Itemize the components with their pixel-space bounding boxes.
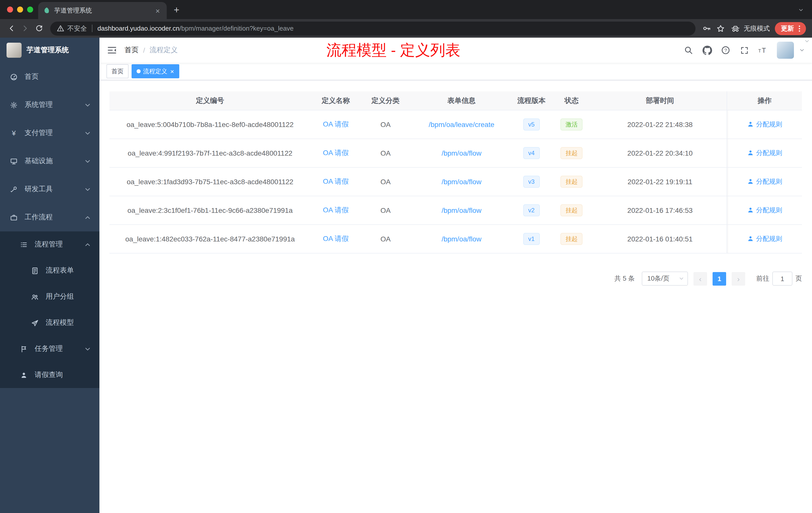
form-link[interactable]: /bpm/oa/flow xyxy=(442,178,482,186)
fullscreen-button[interactable] xyxy=(737,43,752,58)
cell-category: OA xyxy=(361,224,410,253)
tags-view-bar: 首页 流程定义 × xyxy=(99,63,812,80)
yen-icon: ¥ xyxy=(10,129,18,137)
sidebar-item-task-management[interactable]: 任务管理 xyxy=(0,336,99,362)
address-bar[interactable]: 不安全 dashboard.yudao.iocoder.cn/bpm/manag… xyxy=(50,21,696,35)
cell-operations: 分配规则 xyxy=(727,168,802,196)
definition-name-link[interactable]: OA 请假 xyxy=(323,149,349,157)
font-size-button[interactable]: TT xyxy=(755,43,770,58)
definition-name-link[interactable]: OA 请假 xyxy=(323,206,349,214)
fullscreen-icon xyxy=(740,46,749,55)
page-goto-input[interactable] xyxy=(772,272,792,285)
cell-definition-name: OA 请假 xyxy=(311,224,361,253)
reload-button[interactable] xyxy=(32,21,46,35)
sidebar-item-label: 流程管理 xyxy=(35,240,63,249)
sidebar-item-workflow[interactable]: 工作流程 xyxy=(0,203,99,232)
sidebar-logo[interactable]: 芋道管理系统 xyxy=(0,38,99,63)
app-root: 芋道管理系统 首页 系统管理 ¥ 支付管理 基础设施 xyxy=(0,38,812,513)
form-link[interactable]: /bpm/oa/flow xyxy=(442,235,482,243)
window-close-button[interactable] xyxy=(7,6,13,12)
cell-operations: 分配规则 xyxy=(727,139,802,168)
dashboard-icon xyxy=(10,73,18,81)
tab-search-chevron-icon[interactable] xyxy=(798,6,804,15)
sidebar-item-leave-query[interactable]: 请假查询 xyxy=(0,362,99,388)
cell-definition-id: oa_leave:2:3c1f0ef1-76b1-11ec-9c66-a2380… xyxy=(110,196,311,224)
col-definition-name: 定义名称 xyxy=(311,91,361,110)
sidebar-item-payment[interactable]: ¥ 支付管理 xyxy=(0,119,99,147)
assign-rule-link[interactable]: 分配规则 xyxy=(747,206,782,215)
cell-deploy-time: 2022-01-16 17:46:53 xyxy=(593,196,727,224)
breadcrumb-separator: / xyxy=(143,46,145,54)
sidebar-collapse-button[interactable] xyxy=(99,45,124,55)
help-button[interactable]: ? xyxy=(718,43,733,58)
page-goto: 前往 页 xyxy=(756,272,802,285)
cell-definition-id: oa_leave:4:991f2193-7b7f-11ec-a3c8-acde4… xyxy=(110,139,311,168)
avatar-caret-down-icon[interactable] xyxy=(799,47,805,53)
sidebar-item-user-group[interactable]: 用户分组 xyxy=(0,283,99,310)
sidebar-item-process-management[interactable]: 流程管理 xyxy=(0,232,99,258)
window-minimize-button[interactable] xyxy=(17,6,23,12)
assign-rule-link[interactable]: 分配规则 xyxy=(747,177,782,186)
chevron-down-icon xyxy=(84,101,91,109)
browser-tab[interactable]: 芋道管理系统 × xyxy=(38,2,167,19)
url-text: dashboard.yudao.iocoder.cn/bpm/manager/d… xyxy=(97,25,293,32)
briefcase-icon xyxy=(10,214,18,221)
breadcrumb-home[interactable]: 首页 xyxy=(124,46,139,55)
assign-rule-link[interactable]: 分配规则 xyxy=(747,120,782,129)
security-label: 不安全 xyxy=(67,24,87,33)
status-tag: 激活 xyxy=(561,118,583,130)
new-tab-button[interactable]: + xyxy=(174,4,179,16)
sidebar-item-system[interactable]: 系统管理 xyxy=(0,91,99,119)
cell-operations: 分配规则 xyxy=(727,110,802,139)
tab-title: 芋道管理系统 xyxy=(54,6,150,15)
form-link[interactable]: /bpm/oa/flow xyxy=(442,149,482,157)
document-icon xyxy=(31,267,39,274)
tag-close-icon[interactable]: × xyxy=(170,67,174,75)
cell-status: 挂起 xyxy=(550,168,593,196)
definition-name-link[interactable]: OA 请假 xyxy=(323,120,349,128)
cell-version: v2 xyxy=(513,196,550,224)
sidebar-item-process-form[interactable]: 流程表单 xyxy=(0,258,99,283)
user-avatar[interactable] xyxy=(777,42,794,59)
sidebar-item-home[interactable]: 首页 xyxy=(0,63,99,91)
tag-label: 流程定义 xyxy=(143,67,167,76)
definition-name-link[interactable]: OA 请假 xyxy=(323,177,349,185)
sidebar-item-process-model[interactable]: 流程模型 xyxy=(0,310,99,336)
person-icon xyxy=(20,371,28,379)
prev-page-button[interactable]: ‹ xyxy=(694,272,707,285)
forward-button[interactable] xyxy=(18,21,32,35)
cell-status: 挂起 xyxy=(550,196,593,224)
star-icon xyxy=(717,24,725,32)
browser-update-button[interactable]: 更新 xyxy=(775,22,806,35)
sidebar-item-label: 工作流程 xyxy=(25,213,53,222)
url-host: dashboard.yudao.iocoder.cn xyxy=(97,25,179,32)
password-manager-button[interactable] xyxy=(699,21,714,35)
github-link-button[interactable] xyxy=(699,43,715,58)
tag-process-definition[interactable]: 流程定义 × xyxy=(132,64,179,78)
header-search-button[interactable] xyxy=(681,43,696,58)
page-size-select[interactable]: 10条/页 xyxy=(642,272,688,285)
form-link[interactable]: /bpm/oa/leave/create xyxy=(429,120,494,128)
tab-close-icon[interactable]: × xyxy=(154,6,162,15)
assign-rule-link[interactable]: 分配规则 xyxy=(747,234,782,243)
back-button[interactable] xyxy=(4,21,18,35)
assign-rule-link[interactable]: 分配规则 xyxy=(747,149,782,158)
sidebar: 芋道管理系统 首页 系统管理 ¥ 支付管理 基础设施 xyxy=(0,38,99,513)
page-number-button[interactable]: 1 xyxy=(713,272,726,285)
bookmark-button[interactable] xyxy=(714,21,728,35)
sidebar-item-devtools[interactable]: 研发工具 xyxy=(0,175,99,203)
definition-name-link[interactable]: OA 请假 xyxy=(323,234,349,242)
window-zoom-button[interactable] xyxy=(27,6,33,12)
svg-text:?: ? xyxy=(724,48,727,53)
form-link[interactable]: /bpm/oa/flow xyxy=(442,206,482,214)
tag-home[interactable]: 首页 xyxy=(107,64,128,78)
sidebar-item-infrastructure[interactable]: 基础设施 xyxy=(0,147,99,175)
next-page-button[interactable]: › xyxy=(732,272,745,285)
panel-chevron-icon[interactable] xyxy=(804,37,810,46)
not-secure-warning-icon xyxy=(57,25,64,32)
flag-icon xyxy=(20,345,28,353)
breadcrumb-current: 流程定义 xyxy=(150,46,178,55)
incognito-label: 无痕模式 xyxy=(744,24,770,33)
table-row: oa_leave:2:3c1f0ef1-76b1-11ec-9c66-a2380… xyxy=(110,196,802,224)
col-operations: 操作 xyxy=(727,91,802,110)
